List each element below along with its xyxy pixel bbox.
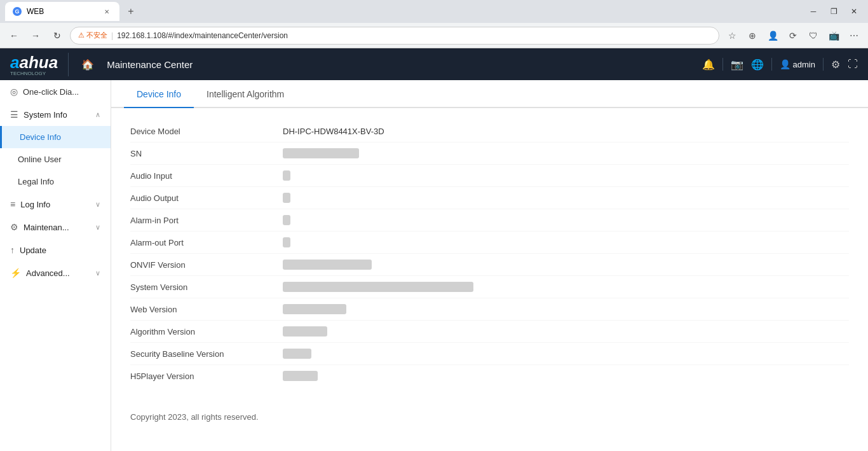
sidebar: ◎ One-click Dia... ☰ System Info ∧ Devic… (0, 80, 111, 451)
field-value (283, 170, 290, 181)
nav-divider-1 (722, 58, 723, 71)
bookmark-button[interactable]: ☆ (723, 27, 741, 45)
url-display: 192.168.1.108/#/index/maintenanceCenter/… (117, 31, 288, 40)
top-nav: aahua TECHNOLOGY 🏠 Maintenance Center 🔔 … (0, 48, 868, 80)
tabs-bar: Device Info Intelligent Algorithm (111, 80, 868, 108)
sidebar-item-advanced[interactable]: ⚡ Advanced... ∨ (0, 261, 111, 284)
sidebar-item-update[interactable]: ↑ Update (0, 239, 111, 261)
profile-button[interactable]: 👤 (764, 27, 782, 45)
forward-button[interactable]: → (27, 27, 44, 45)
tab-close-button[interactable]: ✕ (102, 6, 112, 17)
browser-titlebar: G WEB ✕ + ─ ❒ ✕ (0, 0, 868, 23)
field-value (283, 282, 473, 292)
field-label: Device Model (130, 127, 283, 136)
table-row: H5Player Version (130, 365, 849, 387)
maintenance-icon: ⚙ (10, 222, 18, 232)
home-icon[interactable]: 🏠 (79, 56, 97, 73)
sidebar-item-online-user[interactable]: Online User (0, 148, 111, 170)
field-value (283, 326, 327, 337)
settings-icon[interactable]: ⚙ (831, 59, 840, 71)
toolbar-actions: ☆ ⊕ 👤 ⟳ 🛡 📺 ⋯ (723, 27, 863, 45)
sidebar-item-label: Log Info (20, 200, 50, 209)
sidebar-item-log-info[interactable]: ≡ Log Info ∨ (0, 193, 111, 216)
user-icon: 👤 (780, 59, 790, 69)
back-button[interactable]: ← (5, 27, 23, 45)
browser-tab[interactable]: G WEB ✕ (5, 2, 119, 21)
table-row: Security Baseline Version (130, 343, 849, 365)
field-value (283, 237, 290, 247)
field-label: Alarm-out Port (130, 238, 283, 247)
table-row: Audio Output (130, 187, 849, 209)
copyright-text: Copyright 2023, all rights reserved. (111, 399, 868, 428)
table-row: Alarm-in Port (130, 209, 849, 232)
nav-title: Maintenance Center (107, 59, 193, 70)
chevron-down-icon-3: ∨ (95, 269, 100, 277)
field-label: Security Baseline Version (130, 349, 283, 359)
field-label: H5Player Version (130, 371, 283, 381)
fullscreen-icon[interactable]: ⛶ (848, 59, 858, 70)
field-value (283, 193, 290, 203)
cast-button[interactable]: 📺 (825, 27, 843, 45)
logo-area: aahua TECHNOLOGY (10, 53, 69, 76)
camera-icon[interactable]: 📷 (731, 59, 743, 71)
field-value (283, 148, 359, 158)
field-value (283, 371, 318, 381)
new-tab-button[interactable]: + (122, 3, 140, 20)
advanced-icon: ⚡ (10, 268, 21, 278)
maximize-button[interactable]: ❒ (825, 3, 843, 20)
refresh-button[interactable]: ↻ (48, 27, 66, 45)
table-row: SN (130, 142, 849, 165)
extension-button[interactable]: ⊕ (743, 27, 761, 45)
sidebar-item-label: Advanced... (26, 268, 70, 278)
shield-button[interactable]: 🛡 (804, 27, 822, 45)
tab-title: WEB (27, 7, 44, 16)
main-layout: ◎ One-click Dia... ☰ System Info ∧ Devic… (0, 80, 868, 451)
field-value (283, 349, 311, 359)
sidebar-item-device-info[interactable]: Device Info (0, 126, 111, 148)
address-bar[interactable]: ⚠ 不安全 | 192.168.1.108/#/index/maintenanc… (70, 27, 719, 45)
log-info-icon: ≡ (10, 199, 15, 209)
menu-button[interactable]: ⋯ (845, 27, 863, 45)
sidebar-item-maintenance[interactable]: ⚙ Maintenan... ∨ (0, 216, 111, 239)
sidebar-item-legal-info[interactable]: Legal Info (0, 170, 111, 193)
sidebar-item-label: Online User (18, 155, 62, 164)
browser-toolbar: ← → ↻ ⚠ 不安全 | 192.168.1.108/#/index/main… (0, 23, 868, 48)
field-value: DH-IPC-HDW8441X-BV-3D (283, 127, 384, 136)
table-row: System Version (130, 276, 849, 298)
user-name: admin (793, 60, 815, 69)
content-area: Device Info Intelligent Algorithm Device… (111, 80, 868, 451)
table-row: Device Model DH-IPC-HDW8441X-BV-3D (130, 121, 849, 142)
field-value (283, 304, 346, 314)
tab-intelligent-algorithm[interactable]: Intelligent Algorithm (194, 80, 297, 108)
system-info-icon: ☰ (10, 109, 18, 120)
sync-button[interactable]: ⟳ (784, 27, 802, 45)
field-label: Algorithm Version (130, 327, 283, 337)
field-value (283, 215, 290, 225)
field-label: Audio Input (130, 171, 283, 181)
logo: aahua TECHNOLOGY (10, 53, 58, 76)
field-label: Audio Output (130, 193, 283, 203)
tab-device-info[interactable]: Device Info (124, 80, 194, 108)
field-label: ONVIF Version (130, 260, 283, 270)
sidebar-item-label: Legal Info (18, 177, 54, 186)
nav-divider-2 (771, 58, 772, 71)
sidebar-item-label: Update (20, 246, 46, 255)
sidebar-item-label: One-click Dia... (23, 87, 79, 97)
minimize-button[interactable]: ─ (804, 3, 822, 20)
bell-icon[interactable]: 🔔 (702, 59, 715, 71)
user-menu[interactable]: 👤 admin (780, 59, 815, 69)
sidebar-item-system-info[interactable]: ☰ System Info ∧ (0, 103, 111, 126)
close-button[interactable]: ✕ (845, 3, 863, 20)
field-value (283, 260, 372, 270)
field-label: SN (130, 149, 283, 158)
chevron-down-icon-2: ∨ (95, 223, 100, 232)
tab-favicon: G (13, 7, 22, 16)
table-row: Alarm-out Port (130, 232, 849, 254)
security-badge: ⚠ 不安全 (78, 31, 107, 40)
nav-divider-3 (823, 58, 824, 71)
globe-icon[interactable]: 🌐 (751, 59, 764, 71)
sidebar-item-one-click-dia[interactable]: ◎ One-click Dia... (0, 80, 111, 103)
sidebar-item-label: Maintenan... (24, 223, 69, 232)
nav-actions: 🔔 📷 🌐 👤 admin ⚙ ⛶ (702, 58, 858, 71)
update-icon: ↑ (10, 245, 15, 255)
